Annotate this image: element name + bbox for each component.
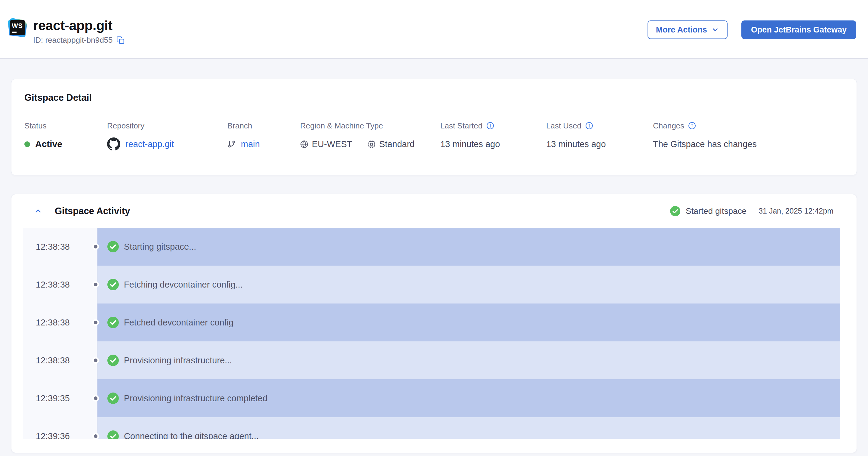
region-machine-label: Region & Machine Type [300,121,440,130]
git-branch-icon [227,140,236,148]
success-check-icon [107,355,119,366]
log-timestamp: 12:39:36 [23,417,97,439]
timeline-dot-icon [92,319,99,326]
branch-link[interactable]: main [241,139,260,149]
repository-link[interactable]: react-app.git [125,139,174,149]
gitspace-id: ID: reactappgit-bn9d55 [33,35,113,45]
status-label: Status [24,121,107,130]
log-timestamp: 12:38:38 [23,228,97,266]
success-check-icon [107,241,119,252]
timeline-dot-icon [92,395,99,401]
copy-icon [116,36,125,44]
log-message: Provisioning infrastructure completed [124,393,268,403]
github-icon [107,138,120,151]
log-row: 12:38:38 Fetching devcontainer config... [23,266,840,304]
gitspace-detail-card: Gitspace Detail Status Active Repository… [11,79,857,175]
log-row: 12:38:38 Fetched devcontainer config [23,304,840,341]
collapse-activity-button[interactable] [34,207,42,215]
activity-log-scroll-area[interactable]: 12:38:38 Starting gitspace... 12:38:38 F… [23,228,840,439]
activity-status-badge: Started gitspace [686,206,746,216]
success-check-icon [107,317,119,328]
info-icon[interactable] [585,122,593,130]
log-message: Fetching devcontainer config... [124,280,243,290]
success-check-icon [670,206,680,216]
gitspace-brand: WS react-app.git ID: reactappgit-bn9d55 [8,18,125,45]
page-header: WS react-app.git ID: reactappgit-bn9d55 … [0,0,868,59]
detail-card-title: Gitspace Detail [24,92,857,103]
more-actions-button[interactable]: More Actions [648,21,727,39]
timeline-dot-icon [92,281,99,288]
field-region-machine: Region & Machine Type EU-WEST Standard [300,121,440,151]
repository-label: Repository [107,121,227,130]
active-status-dot-icon [24,141,30,147]
timeline-dot-icon [92,243,99,250]
activity-timestamp: 31 Jan, 2025 12:42pm [758,207,833,215]
changes-label: Changes [653,121,684,130]
timeline-dot-icon [92,433,99,439]
info-icon[interactable] [486,122,494,130]
chevron-up-icon [34,207,42,215]
page-title: react-app.git [33,18,125,33]
last-started-label: Last Started [440,121,483,130]
status-value: Active [35,139,62,149]
log-message: Fetched devcontainer config [124,317,234,328]
gitspace-activity-card: Gitspace Activity Started gitspace 31 Ja… [11,194,857,453]
webstorm-icon: WS [8,18,27,37]
field-changes: Changes The Gitspace has changes [653,121,757,151]
more-actions-label: More Actions [656,25,707,35]
last-used-label: Last Used [546,121,581,130]
field-last-used: Last Used 13 minutes ago [546,121,653,151]
log-row: 12:38:38 Starting gitspace... [23,228,840,266]
success-check-icon [107,430,119,439]
success-check-icon [107,279,119,290]
log-timestamp: 12:38:38 [23,304,97,341]
info-icon[interactable] [688,122,696,130]
activity-status: Started gitspace 31 Jan, 2025 12:42pm [670,206,833,216]
last-used-value: 13 minutes ago [546,139,606,149]
log-row: 12:39:36 Connecting to the gitspace agen… [23,417,840,439]
log-timestamp: 12:38:38 [23,266,97,304]
log-message: Starting gitspace... [124,242,196,252]
log-timestamp: 12:38:38 [23,341,97,379]
field-status: Status Active [24,121,107,151]
page-body: Gitspace Detail Status Active Repository… [0,59,868,453]
log-timestamp: 12:39:35 [23,379,97,417]
cpu-icon [368,140,376,148]
field-branch: Branch main [227,121,300,151]
chevron-down-icon [711,26,719,34]
region-value: EU-WEST [312,139,352,149]
changes-value: The Gitspace has changes [653,139,757,149]
log-row: 12:38:38 Provisioning infrastructure... [23,341,840,379]
timeline-dot-icon [92,357,99,364]
globe-icon [300,140,308,148]
field-last-started: Last Started 13 minutes ago [440,121,546,151]
copy-id-button[interactable] [116,36,125,44]
success-check-icon [107,393,119,404]
branch-label: Branch [227,121,300,130]
log-message: Provisioning infrastructure... [124,356,232,365]
open-jetbrains-gateway-button[interactable]: Open JetBrains Gateway [741,21,856,39]
machine-type-value: Standard [379,139,415,149]
activity-card-title: Gitspace Activity [55,206,130,217]
last-started-value: 13 minutes ago [440,139,500,149]
log-row: 12:39:35 Provisioning infrastructure com… [23,379,840,417]
log-message: Connecting to the gitspace agent... [124,431,259,439]
field-repository: Repository react-app.git [107,121,227,151]
